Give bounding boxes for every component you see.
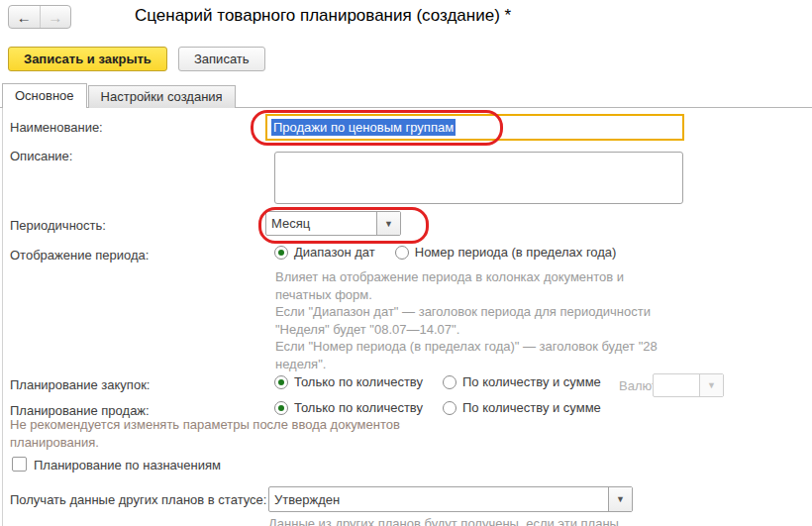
- back-button[interactable]: ←: [9, 6, 40, 28]
- plans-status-value: Утвержден: [269, 487, 608, 511]
- page-title: Сценарий товарного планирования (создани…: [135, 6, 511, 26]
- currency-select: ▼: [653, 373, 724, 397]
- radio-sales-qty-only-label: Только по количеству: [294, 400, 423, 415]
- radio-sales-qty-only[interactable]: [274, 401, 288, 415]
- warning-text: Не рекомендуется изменять параметры посл…: [10, 416, 505, 451]
- radio-period-number[interactable]: [395, 246, 409, 260]
- radio-purchase-qty-sum-label: По количеству и сумме: [462, 374, 601, 389]
- name-input[interactable]: Продажи по ценовым группам: [265, 114, 684, 141]
- assignment-planning-label: Планирование по назначениям: [34, 458, 221, 473]
- tab-bar: Основное Настройки создания: [2, 84, 237, 108]
- assignment-planning-checkbox[interactable]: [12, 457, 27, 472]
- save-button[interactable]: Записать: [178, 47, 265, 71]
- dropdown-arrow-icon[interactable]: ▼: [376, 212, 400, 235]
- description-label: Описание:: [10, 149, 72, 163]
- radio-date-range[interactable]: [274, 246, 288, 260]
- plans-status-select[interactable]: Утвержден ▼: [268, 486, 633, 512]
- radio-date-range-label: Диапазон дат: [294, 245, 375, 260]
- radio-purchase-qty-only[interactable]: [274, 375, 288, 389]
- content-left-border: [2, 107, 3, 526]
- tab-creation-settings[interactable]: Настройки создания: [88, 85, 236, 108]
- radio-period-number-label: Номер периода (в пределах года): [415, 245, 617, 260]
- radio-purchase-qty-sum[interactable]: [443, 375, 457, 389]
- purchase-planning-radio-group: Только по количеству По количеству и сум…: [274, 374, 601, 389]
- name-input-selected-text: Продажи по ценовым группам: [271, 119, 456, 136]
- forward-button[interactable]: →: [40, 6, 71, 28]
- dropdown-arrow-icon[interactable]: ▼: [608, 487, 632, 511]
- currency-value: [654, 374, 699, 396]
- periodicity-value: Месяц: [266, 212, 376, 235]
- description-textarea[interactable]: [274, 152, 683, 204]
- purchase-planning-label: Планирование закупок:: [10, 377, 150, 392]
- name-label: Наименование:: [10, 120, 103, 135]
- periodicity-select[interactable]: Месяц ▼: [265, 211, 401, 236]
- save-and-close-button[interactable]: Записать и закрыть: [8, 47, 167, 71]
- radio-purchase-qty-only-label: Только по количеству: [294, 374, 423, 389]
- radio-sales-qty-sum-label: По количеству и сумме: [462, 400, 601, 415]
- period-display-hint: Влияет на отображение периода в колонках…: [275, 268, 681, 372]
- period-display-radio-group: Диапазон дат Номер периода (в пределах г…: [274, 245, 616, 260]
- dropdown-arrow-icon: ▼: [699, 374, 723, 396]
- bottom-hint: Данные из других планов будут получены, …: [268, 515, 704, 526]
- nav-button-group: ← →: [8, 5, 71, 29]
- radio-sales-qty-sum[interactable]: [443, 401, 457, 415]
- plans-status-label: Получать данные других планов в статусе:: [10, 492, 266, 507]
- periodicity-label: Периодичность:: [10, 218, 106, 233]
- period-display-label: Отображение периода:: [10, 248, 149, 263]
- sales-planning-radio-group: Только по количеству По количеству и сум…: [274, 400, 601, 415]
- tab-main[interactable]: Основное: [2, 83, 87, 108]
